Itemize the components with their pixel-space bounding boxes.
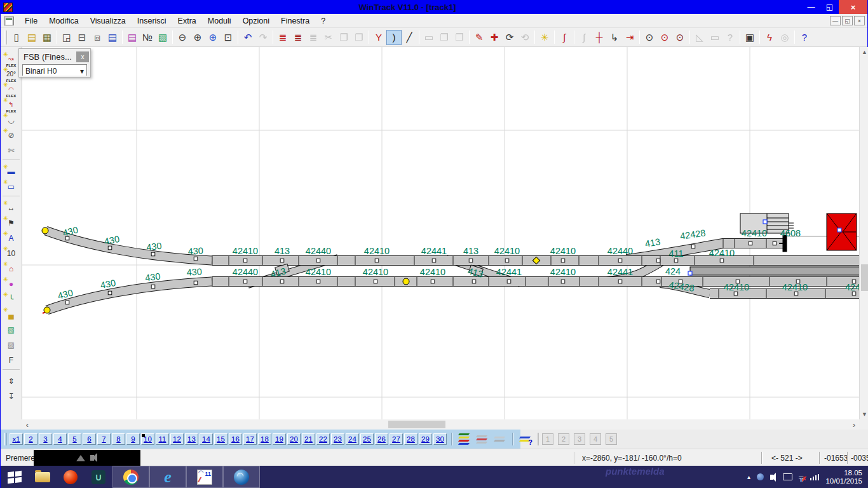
pagebar-grip[interactable]	[4, 433, 7, 445]
page-button-17[interactable]: 17	[243, 433, 257, 445]
minimize-button[interactable]: —	[802, 0, 820, 14]
volume-icon[interactable]	[770, 475, 773, 480]
taskbar-google-earth[interactable]	[223, 466, 260, 488]
page-button-16[interactable]: 16	[229, 433, 242, 445]
straight-tool-icon[interactable]: ╱	[402, 30, 417, 45]
new-document-icon[interactable]: ▯	[9, 30, 24, 45]
fsb-panel[interactable]: FSB (Fines... x Binari H0 ▾	[18, 48, 91, 78]
page-button-18[interactable]: 18	[258, 433, 271, 445]
taskbar-internet-explorer[interactable]: e	[149, 466, 186, 488]
page-button-24[interactable]: 24	[346, 433, 359, 445]
insert-terrain-icon[interactable]: ✳▄	[3, 307, 20, 322]
track-align-icon[interactable]: ⇥	[622, 30, 637, 45]
move-parts-icon[interactable]: ✚	[487, 30, 502, 45]
insert-curve-icon[interactable]: ✳◡	[3, 112, 20, 127]
insert-again-icon[interactable]: ✳	[537, 30, 552, 45]
open-file-icon[interactable]: ▤	[24, 30, 39, 45]
menu-file[interactable]: File	[19, 15, 43, 27]
page-button-12[interactable]: 12	[170, 433, 184, 445]
parts-list-icon[interactable]: ▤	[105, 30, 120, 45]
compress-plan-icon[interactable]: ▣	[742, 30, 757, 45]
insert-rectangle-icon[interactable]: ✳▭	[3, 179, 20, 194]
taskbar-file-explorer[interactable]	[29, 466, 57, 488]
export-folder-icon[interactable]: ▤	[125, 30, 140, 45]
horizontal-scrollbar[interactable]: ‹ ›	[22, 419, 859, 430]
fsb-close-button[interactable]: x	[76, 51, 89, 62]
menu-inserisci[interactable]: Inserisci	[132, 15, 172, 27]
insert-dimension-icon[interactable]: ✳10	[3, 246, 20, 261]
save-icon[interactable]: ▦	[39, 30, 55, 45]
zoom-window-icon[interactable]: ⊕	[205, 30, 220, 45]
close-button[interactable]: ×	[839, 0, 867, 14]
list-red-icon[interactable]: ≣	[275, 30, 290, 45]
print-icon[interactable]: ⊟	[74, 30, 90, 45]
page-button-13[interactable]: 13	[185, 433, 198, 445]
insert-signal-icon[interactable]: ✳⚑	[3, 215, 20, 230]
height-marker-down-icon[interactable]: ↧	[3, 389, 20, 403]
insert-text-icon[interactable]: ✳A	[3, 231, 20, 245]
menu-opzioni[interactable]: Opzioni	[237, 15, 275, 27]
page-button-28[interactable]: 28	[404, 433, 417, 445]
menu-moduli[interactable]: Moduli	[202, 15, 237, 27]
platform[interactable]	[690, 267, 859, 275]
track-direction-icon[interactable]: ↳	[607, 30, 622, 45]
scroll-right-icon[interactable]: ›	[849, 420, 859, 430]
fsb-track-library-select[interactable]: Binari H0 ▾	[22, 64, 87, 76]
curve-tool-icon[interactable]: )	[386, 30, 402, 45]
taskbar-clock[interactable]: 18.0510/01/2015	[825, 469, 862, 485]
page-button-14[interactable]: 14	[200, 433, 213, 445]
background-image-icon[interactable]: ▧	[155, 30, 170, 45]
insert-turntable-icon[interactable]: ✳⊘	[3, 128, 20, 142]
insert-house-icon[interactable]: ✳⌂	[3, 261, 20, 276]
page-button-7[interactable]: 7	[97, 433, 111, 445]
taskbar-wintrack[interactable]: ◠11⁄⁄⁄	[186, 466, 223, 488]
page-button-23[interactable]: 23	[331, 433, 344, 445]
menu-modifica[interactable]: Modifica	[43, 15, 85, 27]
turnout-tool-icon[interactable]: Y	[371, 30, 386, 45]
taskbar-chrome[interactable]	[112, 466, 149, 488]
restore-button[interactable]: ◱	[820, 0, 839, 14]
page-button-21[interactable]: 21	[302, 433, 315, 445]
insert-pipe-icon[interactable]: ✳╰	[3, 292, 20, 306]
context-help-icon[interactable]: ?	[797, 30, 812, 45]
layers-all-icon[interactable]	[456, 432, 472, 446]
print-pages-icon[interactable]: ⧈	[90, 30, 105, 45]
vertical-scrollbar[interactable]: ▲ ▼	[859, 47, 868, 419]
track-marker-icon[interactable]: ┼	[592, 30, 607, 45]
page-button-27[interactable]: 27	[390, 433, 403, 445]
mdi-close-button[interactable]: ×	[854, 16, 865, 25]
menu-finestra[interactable]: Finestra	[275, 15, 315, 27]
vertical-scroll-thumb[interactable]	[861, 264, 868, 291]
page-button-19[interactable]: 19	[273, 433, 286, 445]
list-red-check-icon[interactable]: ≣	[290, 30, 306, 45]
pin-red-icon[interactable]: ⊙	[657, 30, 672, 45]
flex-track-straight-icon[interactable]: ✳↝FLEX	[3, 51, 20, 66]
menu-?[interactable]: ?	[315, 15, 331, 27]
join-track-icon[interactable]: ∫	[557, 30, 572, 45]
scroll-down-icon[interactable]: ▼	[860, 409, 868, 419]
pin-select-icon[interactable]: ⊙	[642, 30, 657, 45]
undo-icon[interactable]: ↶	[240, 30, 255, 45]
page-button-5[interactable]: 5	[68, 433, 81, 445]
power-check-icon[interactable]: ϟ	[762, 30, 777, 45]
page-button-8[interactable]: 8	[112, 433, 125, 445]
page-button-26[interactable]: 26	[375, 433, 388, 445]
insert-width-icon[interactable]: ✳↔	[3, 200, 20, 215]
zoom-fit-icon[interactable]: ⊡	[220, 30, 236, 45]
insert-figure-icon[interactable]: ✳●	[3, 276, 20, 291]
cut-track-icon[interactable]: ✄	[3, 143, 20, 158]
profile-tool-icon[interactable]: F	[3, 353, 20, 367]
page-button-4[interactable]: 4	[53, 433, 67, 445]
rotate-free-icon[interactable]: ✎	[471, 30, 487, 45]
taskbar-media-app[interactable]: ∪	[85, 466, 112, 488]
flex-track-curve-icon[interactable]: ✳◠FLEX	[3, 82, 20, 97]
tray-app-icon[interactable]	[757, 473, 764, 480]
page-button-29[interactable]: 29	[419, 433, 432, 445]
page-button-22[interactable]: 22	[316, 433, 330, 445]
pin-red-2-icon[interactable]: ⊙	[672, 30, 688, 45]
no-print-area-icon[interactable]: ▨	[3, 337, 20, 352]
background-image-icon[interactable]: ▧	[3, 322, 20, 337]
display-icon[interactable]	[783, 473, 792, 480]
page-button-3[interactable]: 3	[39, 433, 52, 445]
page-button-6[interactable]: 6	[83, 433, 96, 445]
